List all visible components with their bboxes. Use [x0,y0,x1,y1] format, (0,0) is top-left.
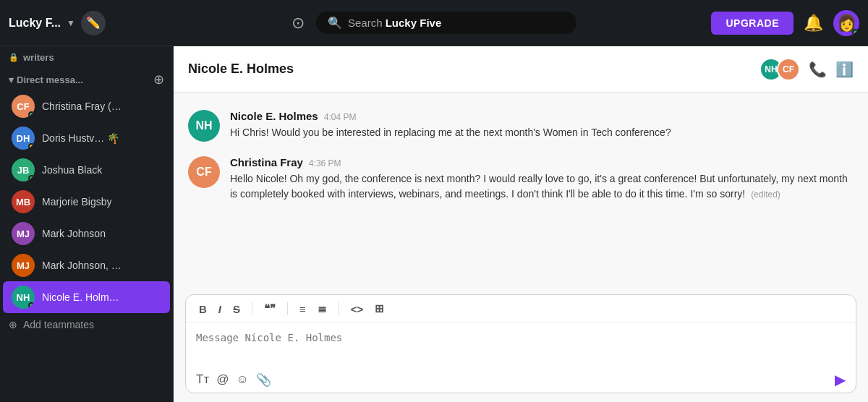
message-2: CF Christina Fray 4:36 PM Hello Nicole! … [188,156,854,202]
avatar-mark2: MJ [12,254,35,277]
upgrade-button[interactable]: UPGRADE [711,12,793,35]
online-dot-nicole [28,302,35,309]
notification-bell-button[interactable]: 🔔 [804,14,823,33]
channel-name: writers [23,52,54,63]
topbar-right: UPGRADE 🔔 👩 [686,10,859,36]
search-bar[interactable]: 🔍 Search Lucky Five [316,12,576,34]
chevron-icon: ▾ [9,74,14,85]
dm-item-mark1[interactable]: MJ Mark Johnson [3,218,170,249]
phone-button[interactable]: 📞 [809,61,827,78]
user-avatar[interactable]: 👩 [833,10,859,36]
bold-button[interactable]: B [196,302,210,317]
away-dot-doris [28,143,35,150]
msg-edited-label: (edited) [751,189,780,200]
online-status-dot [852,29,859,36]
online-dot-joshua [28,175,35,181]
topbar-left: Lucky F... ▼ ✏️ [9,11,182,35]
dm-item-doris[interactable]: DH Doris Hustv… 🌴 [3,122,170,154]
topbar-center: ⊙ 🔍 Search Lucky Five [182,12,686,34]
chat-area: Nicole E. Holmes NH CF 📞 ℹ️ NH Nicole E.… [174,46,868,402]
info-button[interactable]: ℹ️ [835,61,854,78]
dm-header-label: ▾ Direct messa... [9,74,83,85]
quote-button[interactable]: ❝❞ [261,301,278,317]
formatting-toolbar: B I S ❝❞ ≡ ≣ <> ⊞ [186,295,856,323]
add-dm-button[interactable]: ⊕ [153,72,164,87]
message-input[interactable] [186,323,856,364]
dm-item-marjorie[interactable]: MB Marjorie Bigsby [3,186,170,218]
dm-name-christina: Christina Fray (… [42,100,122,112]
dm-name-joshua: Joshua Black [42,164,102,176]
chat-header-right: NH CF 📞 ℹ️ [760,58,854,81]
msg-text-2: Hello Nicole! Oh my god, the conference … [230,171,854,202]
edit-button[interactable]: ✏️ [81,11,106,35]
avatar-mark1: MJ [12,222,35,245]
main-layout: 🔒 writers ▾ Direct messa... ⊕ CF Christi… [0,46,868,402]
chat-header: Nicole E. Holmes NH CF 📞 ℹ️ [174,46,868,93]
msg-sender-1: Nicole E. Holmes [230,110,318,122]
dm-name-mark1: Mark Johnson [42,228,106,239]
msg-content-2: Christina Fray 4:36 PM Hello Nicole! Oh … [230,156,854,202]
dm-item-christina[interactable]: CF Christina Fray (… [3,90,170,122]
channel-header: 🔒 writers [0,46,173,66]
messages-list: NH Nicole E. Holmes 4:04 PM Hi Chris! Wo… [174,93,868,286]
ul-button[interactable]: ≡ [297,302,309,317]
add-teammates-button[interactable]: ⊕ Add teammates [0,313,173,336]
online-dot-christina [28,111,35,118]
toolbar-sep-2 [287,302,288,315]
msg-avatar-christina: CF [188,156,220,188]
chat-title: Nicole E. Holmes [188,61,294,77]
dm-name-doris: Doris Hustv… 🌴 [42,132,119,144]
msg-time-1: 4:04 PM [324,112,357,122]
toolbar-sep-3 [339,302,339,315]
add-circle-icon: ⊕ [9,319,17,330]
lock-icon: 🔒 [9,53,19,62]
msg-header-1: Nicole E. Holmes 4:04 PM [230,110,854,122]
dm-item-nicole[interactable]: NH Nicole E. Holm… [3,281,170,313]
dm-name-nicole: Nicole E. Holm… [42,291,119,303]
avatar-doris: DH [12,127,35,150]
header-avatar-christina: CF [777,58,800,81]
strikethrough-button[interactable]: S [230,302,243,317]
msg-content-1: Nicole E. Holmes 4:04 PM Hi Chris! Would… [230,110,854,142]
send-button[interactable]: ▶ [835,371,846,388]
mention-button[interactable]: @ [216,372,229,388]
msg-time-2: 4:36 PM [309,158,341,168]
msg-header-2: Christina Fray 4:36 PM [230,156,854,168]
avatar-christina: CF [12,95,35,118]
history-button[interactable]: ⊙ [292,14,305,33]
avatar-nicole: NH [12,286,35,309]
chevron-down-icon: ▼ [67,18,75,28]
avatar-marjorie: MB [12,190,35,213]
dm-name-mark2: Mark Johnson, … [42,260,122,271]
topbar: Lucky F... ▼ ✏️ ⊙ 🔍 Search Lucky Five UP… [0,0,868,46]
msg-sender-2: Christina Fray [230,156,303,168]
search-icon: 🔍 [328,16,342,30]
toolbar-sep-1 [252,302,252,315]
font-button[interactable]: Tт [196,372,209,388]
dm-item-joshua[interactable]: JB Joshua Black [3,154,170,186]
message-1: NH Nicole E. Holmes 4:04 PM Hi Chris! Wo… [188,110,854,142]
bottom-left-icons: Tт @ ☺ 📎 [196,372,271,388]
dm-item-mark2[interactable]: MJ Mark Johnson, … [3,249,170,281]
avatar-joshua: JB [12,158,35,181]
msg-text-1: Hi Chris! Would you be interested in rep… [230,125,854,140]
italic-button[interactable]: I [216,302,224,317]
bottom-toolbar: Tт @ ☺ 📎 ▶ [186,367,856,393]
code-button[interactable]: <> [348,302,367,317]
dm-section-header[interactable]: ▾ Direct messa... ⊕ [0,66,173,90]
sidebar: 🔒 writers ▾ Direct messa... ⊕ CF Christi… [0,46,174,402]
search-label: Search Lucky Five [348,17,441,29]
workspace-name: Lucky F... [9,17,61,30]
header-avatars: NH CF [760,58,800,81]
dm-name-marjorie: Marjorie Bigsby [42,196,111,208]
emoji-button[interactable]: ☺ [236,372,248,388]
msg-avatar-nicole: NH [188,110,220,142]
ol-button[interactable]: ≣ [315,301,330,317]
code-block-button[interactable]: ⊞ [372,301,387,317]
attach-button[interactable]: 📎 [256,372,271,388]
message-input-area: B I S ❝❞ ≡ ≣ <> ⊞ Tт @ ☺ 📎 ▶ [185,294,856,393]
